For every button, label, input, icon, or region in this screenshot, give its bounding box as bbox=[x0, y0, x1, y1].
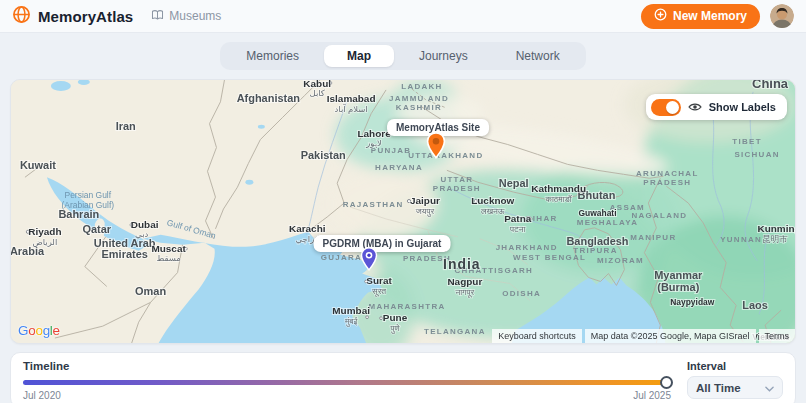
region-label: KASHMIR bbox=[396, 103, 442, 112]
city-label: Naypyidaw bbox=[670, 297, 715, 307]
map-data-text: Map data ©2025 Google, Mapa GISrael bbox=[585, 329, 756, 343]
region-label: TRIPURA bbox=[573, 246, 617, 255]
country-label: Nepal bbox=[499, 177, 529, 189]
city-sublabel: काठमाडौं bbox=[545, 194, 573, 204]
new-memory-button[interactable]: New Memory bbox=[641, 4, 760, 29]
country-label: (Burma) bbox=[657, 281, 699, 293]
city-label: Lucknow bbox=[471, 195, 514, 206]
chevron-down-icon bbox=[765, 382, 774, 394]
show-labels-control[interactable]: Show Labels bbox=[646, 94, 787, 120]
map-attribution: Keyboard shortcuts Map data ©2025 Google… bbox=[492, 329, 795, 343]
region-label: JAMMU AND bbox=[389, 94, 449, 103]
country-label: Pakistan bbox=[301, 149, 346, 161]
city-sublabel: पुणे bbox=[389, 323, 400, 334]
country-label: Myanmar bbox=[654, 270, 703, 282]
city-label: Pune bbox=[383, 312, 408, 323]
region-label: PRADESH bbox=[433, 184, 481, 193]
country-label: India bbox=[443, 256, 481, 272]
new-memory-label: New Memory bbox=[673, 9, 747, 23]
country-label: Laos bbox=[742, 299, 768, 311]
globe-icon bbox=[12, 5, 31, 28]
tab-journeys[interactable]: Journeys bbox=[396, 45, 491, 67]
app-title: MemoryAtlas bbox=[38, 8, 133, 25]
region-label: RAJASTHAN bbox=[343, 200, 404, 209]
app-header: MemoryAtlas Museums New Memory bbox=[0, 0, 806, 33]
city-sublabel: पटना bbox=[509, 224, 526, 234]
tab-network[interactable]: Network bbox=[493, 45, 583, 67]
country-label: Qatar bbox=[82, 223, 111, 235]
interval-select[interactable]: All Time bbox=[687, 376, 783, 399]
interval-value: All Time bbox=[696, 382, 741, 394]
city-sublabel: जयपुर bbox=[415, 206, 435, 217]
city-sublabel: اسلام آباد bbox=[335, 103, 368, 114]
city-label: Islamabad bbox=[327, 93, 376, 104]
region-label: ODISHA bbox=[502, 289, 541, 298]
tab-map[interactable]: Map bbox=[324, 45, 394, 67]
city-sublabel: كابل bbox=[310, 88, 326, 98]
region-label: NAGALAND bbox=[631, 211, 687, 220]
timeline-panel: Timeline Jul 2020 Jul 2025 Interval All … bbox=[10, 352, 796, 403]
country-label: Iran bbox=[116, 120, 136, 132]
water-label: Persian Gulf bbox=[65, 190, 112, 200]
region-label: LADAKH bbox=[401, 82, 442, 91]
country-label: Emirates bbox=[102, 248, 148, 260]
interval-label: Interval bbox=[687, 360, 783, 372]
region-label: ARUNACHAL bbox=[636, 169, 699, 178]
region-label: TIBET bbox=[732, 137, 761, 146]
city-sublabel: लखनऊ bbox=[480, 206, 505, 216]
country-label: Afghanistan bbox=[237, 92, 300, 104]
plus-circle-icon bbox=[654, 8, 667, 24]
view-switcher-row: Memories Map Journeys Network bbox=[0, 42, 806, 70]
timeline-end-label: Jul 2025 bbox=[633, 390, 671, 401]
city-sublabel: मुंबई bbox=[344, 316, 358, 327]
region-label: YUNNAN bbox=[720, 235, 762, 244]
tab-memories[interactable]: Memories bbox=[223, 45, 322, 67]
timeline-start-label: Jul 2020 bbox=[23, 390, 61, 401]
city-sublabel: 昆明市 bbox=[762, 234, 788, 244]
region-label: SICHUAN bbox=[734, 150, 779, 159]
city-label: Kunming bbox=[757, 223, 795, 234]
region-label: MANIPUR bbox=[630, 233, 676, 242]
keyboard-shortcuts-link[interactable]: Keyboard shortcuts bbox=[492, 329, 582, 343]
museum-icon bbox=[151, 9, 164, 24]
terms-link[interactable]: Terms bbox=[759, 329, 796, 343]
country-label: Oman bbox=[135, 285, 166, 297]
city-sublabel: नागपूर bbox=[454, 287, 474, 298]
region-label: UTTAR bbox=[440, 175, 473, 184]
city-label: Surat bbox=[366, 275, 392, 286]
timeline-title: Timeline bbox=[23, 360, 671, 372]
city-label: Kathmandu bbox=[531, 183, 586, 194]
country-label: Bahrain bbox=[58, 208, 99, 220]
city-sublabel: لاہور bbox=[365, 139, 382, 149]
show-labels-toggle[interactable] bbox=[651, 99, 681, 116]
city-label: Jaipur bbox=[410, 195, 440, 206]
map-marker-pgdrm-gujarat[interactable] bbox=[360, 247, 378, 275]
region-label: JHARKHAND bbox=[496, 243, 558, 252]
brand-home-link[interactable]: MemoryAtlas bbox=[12, 5, 133, 28]
city-label: Guwahati bbox=[578, 208, 616, 218]
region-label: HARYANA bbox=[375, 163, 423, 172]
city-sublabel: الرياض bbox=[33, 237, 58, 247]
map-container: Persian Gulf (Arabian Gulf) Gulf of Oman… bbox=[10, 79, 796, 344]
nav-museums[interactable]: Museums bbox=[151, 9, 221, 24]
region-label: TELANGANA bbox=[424, 327, 486, 336]
eye-icon bbox=[688, 98, 702, 116]
city-sublabel: सूरत bbox=[371, 286, 386, 297]
nav-museums-label: Museums bbox=[169, 9, 221, 23]
city-label: Nagpur bbox=[447, 276, 482, 287]
user-avatar[interactable] bbox=[770, 4, 794, 28]
city-label: Patna bbox=[504, 213, 532, 224]
timeline-handle[interactable] bbox=[660, 376, 673, 389]
region-label: PRADESH bbox=[643, 178, 691, 187]
city-sublabel: دبي bbox=[135, 229, 148, 239]
timeline-slider[interactable] bbox=[23, 376, 671, 389]
city-label: Riyadh bbox=[28, 226, 61, 237]
region-label: MIZORAM bbox=[597, 256, 644, 265]
google-logo[interactable]: Google bbox=[18, 323, 60, 338]
marker-tooltip-pgdrm-gujarat: PGDRM (MBA) in Gujarat bbox=[314, 235, 451, 252]
region-label: MAHARASHTRA bbox=[368, 302, 445, 311]
country-label: Bangladesh bbox=[566, 235, 628, 247]
map-marker-memoryatlas-site[interactable] bbox=[426, 132, 446, 163]
timeline-track[interactable] bbox=[23, 380, 671, 385]
country-label: China bbox=[752, 80, 789, 91]
